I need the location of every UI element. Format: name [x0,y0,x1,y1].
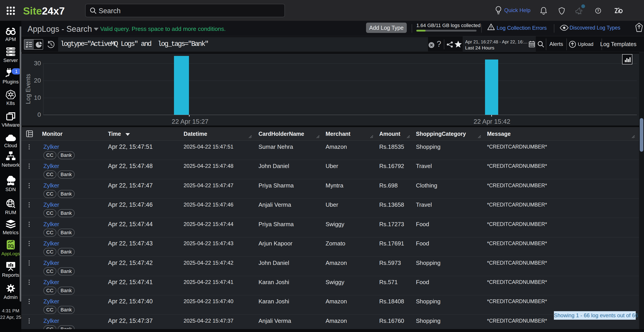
svg-text:?: ? [597,9,599,13]
